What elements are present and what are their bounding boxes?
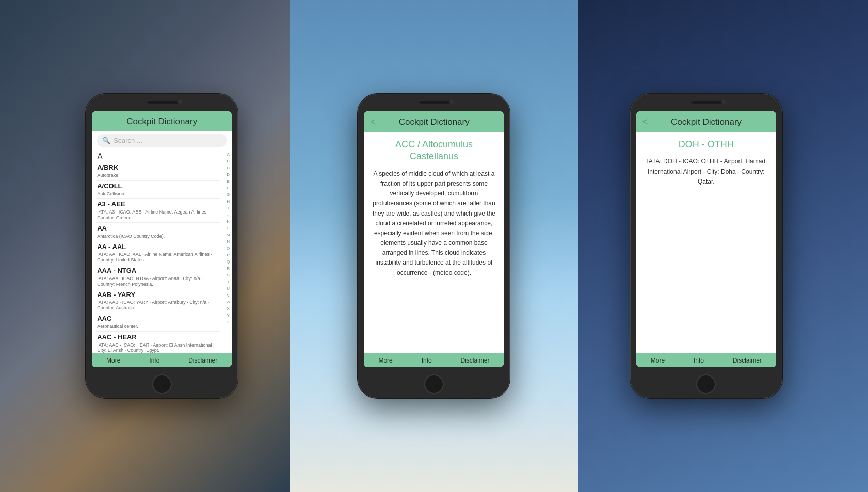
tab-more-2[interactable]: More <box>378 357 392 364</box>
list-item[interactable]: AAC - HEAR IATA: AAC · ICAO: HEAR · Airp… <box>96 332 220 353</box>
phone-screen-3: < Cockpit Dictionary DOH - OTHH IATA: DO… <box>636 111 776 367</box>
item-subtitle: IATA: AAB · ICAO: YARY · Airport: Arrabu… <box>97 300 219 311</box>
back-arrow-3[interactable]: < <box>642 117 648 127</box>
search-bar: 🔍 Search ... <box>92 131 232 150</box>
item-title: AA - AAL <box>97 243 219 252</box>
tab-bar-3: More Info Disclaimer <box>636 353 776 367</box>
tab-disclaimer-2[interactable]: Disclaimer <box>461 357 490 364</box>
tab-bar-1: More Info Disclaimer <box>92 353 232 367</box>
back-arrow-2[interactable]: < <box>370 117 376 127</box>
list-item[interactable]: A/BRK Autobrake. <box>96 162 220 181</box>
item-title: AAC - HEAR <box>97 333 219 342</box>
list-main: A A/BRK Autobrake. A/COLL Anti-Collision… <box>92 150 224 353</box>
item-title: AAA - NTGA <box>97 267 219 275</box>
app-header-2: < Cockpit Dictionary <box>364 111 504 132</box>
tab-disclaimer-1[interactable]: Disclaimer <box>188 357 217 364</box>
item-subtitle: Aeronautical center. <box>97 324 219 330</box>
detail-body-cloud: A species of middle cloud of which at le… <box>372 169 495 278</box>
section-header-a: A <box>96 150 220 162</box>
phone-speaker-2 <box>421 101 447 104</box>
list-item[interactable]: AA - AAL IATA: AA · ICAO: AAL · Airline … <box>96 241 220 265</box>
phone-home-button-1[interactable] <box>152 374 172 394</box>
app-header-3: < Cockpit Dictionary <box>636 111 776 132</box>
tab-info-2[interactable]: Info <box>422 357 432 364</box>
list-item[interactable]: AAC Aeronautical center. <box>96 313 220 332</box>
item-title: A/BRK <box>97 163 219 172</box>
item-subtitle: IATA: AA · ICAO: AAL · Airline Name: Ame… <box>97 252 219 263</box>
tab-info-3[interactable]: Info <box>694 357 704 364</box>
list-item[interactable]: A/COLL Anti-Collision. <box>96 181 220 199</box>
tab-info-1[interactable]: Info <box>149 357 159 364</box>
search-input-container[interactable]: 🔍 Search ... <box>97 134 227 147</box>
phone-shell-2: < Cockpit Dictionary ACC / Altocumulus C… <box>358 94 510 398</box>
item-title: AA <box>97 224 219 233</box>
item-subtitle: IATA: AAA · ICAO: NTGA · Airport: Anaa ·… <box>97 276 219 287</box>
phone-speaker-3 <box>693 101 719 104</box>
phone-list-view: Cockpit Dictionary 🔍 Search ... A A/BRK <box>86 94 238 398</box>
item-subtitle: IATA: AAC · ICAO: HEAR · Airport: El Ari… <box>97 342 219 353</box>
item-subtitle: Anti-Collision. <box>97 191 219 197</box>
list-content: A A/BRK Autobrake. A/COLL Anti-Collision… <box>92 150 232 353</box>
tab-disclaimer-3[interactable]: Disclaimer <box>733 357 762 364</box>
phone-detail-airport-view: < Cockpit Dictionary DOH - OTHH IATA: DO… <box>630 94 782 398</box>
detail-content-airport: DOH - OTHH IATA: DOH - ICAO: OTHH - Airp… <box>636 132 776 353</box>
tab-bar-2: More Info Disclaimer <box>364 353 504 367</box>
item-subtitle: IATA: A3 · ICAO: AEE · Airline Name: Aeg… <box>97 209 219 221</box>
item-title: AAC <box>97 315 219 323</box>
phone-home-button-2[interactable] <box>424 374 444 394</box>
phone-home-button-3[interactable] <box>696 374 716 394</box>
phone-detail-cloud-view: < Cockpit Dictionary ACC / Altocumulus C… <box>358 94 510 398</box>
search-icon: 🔍 <box>102 137 110 144</box>
list-item[interactable]: AAB - YARY IATA: AAB · ICAO: YARY · Airp… <box>96 289 220 313</box>
phone-shell-3: < Cockpit Dictionary DOH - OTHH IATA: DO… <box>630 94 782 398</box>
detail-body-airport: IATA: DOH - ICAO: OTHH - Airport: Hamad … <box>645 157 768 187</box>
header-title-2: Cockpit Dictionary <box>380 117 488 127</box>
alphabet-index[interactable]: A B C D E F G H I J K L M N O <box>224 150 232 353</box>
item-title: A/COLL <box>97 182 219 191</box>
phone-screen-1: Cockpit Dictionary 🔍 Search ... A A/BRK <box>92 111 232 367</box>
header-title-1: Cockpit Dictionary <box>126 117 197 126</box>
detail-title-airport: DOH - OTHH <box>645 139 768 151</box>
phone-speaker-1 <box>149 101 175 104</box>
app-header-1: Cockpit Dictionary <box>92 111 232 131</box>
phone-screen-2: < Cockpit Dictionary ACC / Altocumulus C… <box>364 111 504 367</box>
list-item[interactable]: AAA - NTGA IATA: AAA · ICAO: NTGA · Airp… <box>96 265 220 289</box>
header-title-3: Cockpit Dictionary <box>652 117 760 127</box>
item-subtitle: Autobrake. <box>97 173 219 178</box>
list-item[interactable]: A3 - AEE IATA: A3 · ICAO: AEE · Airline … <box>96 199 220 222</box>
search-placeholder: Search ... <box>114 137 142 144</box>
item-title: A3 - AEE <box>97 200 219 209</box>
detail-content-cloud: ACC / Altocumulus Castellanus A species … <box>364 132 504 353</box>
phone-shell-1: Cockpit Dictionary 🔍 Search ... A A/BRK <box>86 94 238 398</box>
item-subtitle: Antarctica (ICAO Country Code). <box>97 234 219 239</box>
tab-more-1[interactable]: More <box>106 357 120 364</box>
list-item[interactable]: AA Antarctica (ICAO Country Code). <box>96 223 220 241</box>
detail-title-cloud: ACC / Altocumulus Castellanus <box>372 139 495 163</box>
item-title: AAB - YARY <box>97 291 219 300</box>
tab-more-3[interactable]: More <box>651 357 665 364</box>
